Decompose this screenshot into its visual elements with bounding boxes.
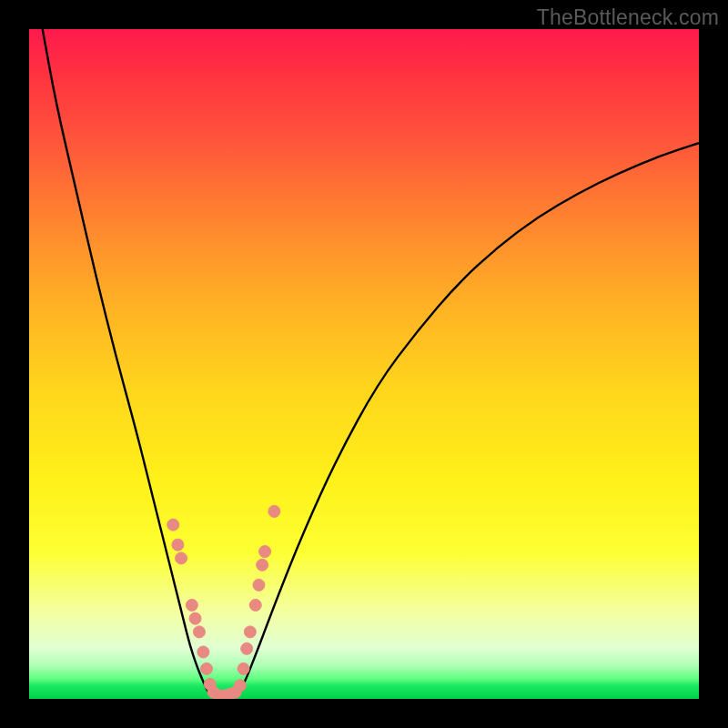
chart-plot-area	[29, 29, 699, 699]
chart-marker	[201, 662, 213, 674]
chart-marker	[176, 552, 187, 564]
chart-marker	[189, 612, 201, 624]
chart-frame: TheBottleneck.com	[0, 0, 728, 728]
chart-svg	[29, 29, 699, 699]
chart-marker	[249, 599, 261, 611]
chart-marker	[259, 546, 271, 558]
curve-right-branch	[237, 143, 699, 695]
chart-marker	[268, 505, 280, 517]
chart-marker	[167, 519, 179, 531]
chart-marker	[193, 626, 205, 638]
chart-markers	[167, 505, 280, 699]
chart-marker	[172, 539, 184, 551]
chart-marker	[238, 662, 249, 674]
chart-marker	[257, 559, 268, 571]
chart-marker	[197, 646, 209, 658]
chart-marker	[186, 599, 197, 611]
chart-marker	[241, 642, 253, 654]
chart-marker	[253, 579, 265, 591]
chart-marker	[244, 626, 256, 638]
watermark-text: TheBottleneck.com	[537, 5, 719, 30]
chart-marker	[234, 680, 246, 692]
curve-left-branch	[43, 29, 210, 695]
